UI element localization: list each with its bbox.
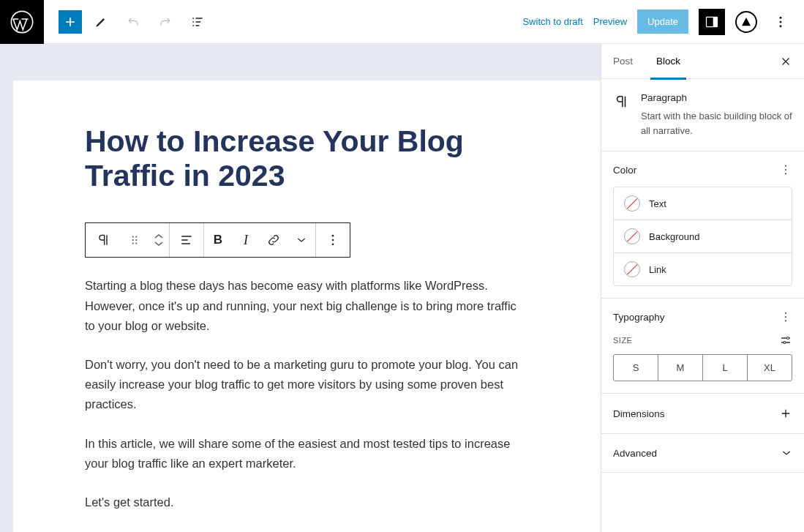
svg-point-21 [787,337,789,340]
size-s[interactable]: S [614,355,658,381]
svg-point-14 [332,244,334,246]
kebab-icon [773,15,788,29]
tab-post[interactable]: Post [613,44,643,79]
redo-button[interactable] [152,9,179,35]
pencil-icon [94,15,108,29]
dimensions-panel[interactable]: Dimensions [601,394,804,434]
color-label: Link [649,264,666,275]
svg-point-17 [785,173,786,174]
close-icon [779,55,792,68]
paragraph-block[interactable]: Let's get started. [85,492,529,512]
list-view-icon [190,15,205,29]
italic-icon: I [244,233,248,248]
third-party-icon[interactable] [735,11,757,33]
move-down-button[interactable] [154,240,163,247]
sidebar-icon [705,15,719,29]
document-overview-button[interactable] [184,9,211,35]
size-options: S M L XL [613,354,792,381]
svg-point-5 [780,25,782,27]
italic-button[interactable]: I [232,223,260,257]
move-buttons [149,233,169,247]
wordpress-logo[interactable] [0,0,44,44]
update-button[interactable]: Update [637,10,688,34]
link-icon [266,233,281,247]
paragraph-icon [96,233,110,247]
svg-point-9 [135,239,137,241]
editor-content: How to Increase Your Blog Traffic in 202… [13,80,601,532]
paragraph-block[interactable]: In this article, we will share some of t… [85,434,529,473]
block-type-icon [613,92,631,138]
align-left-icon [179,233,194,247]
svg-point-16 [785,169,786,171]
close-sidebar-button[interactable] [779,55,792,68]
svg-point-8 [132,239,134,241]
settings-sidebar-toggle[interactable] [699,9,725,35]
swatch-icon [624,261,640,277]
drag-handle[interactable] [121,223,149,257]
options-button[interactable] [767,9,794,35]
svg-point-18 [785,312,786,314]
preview-link[interactable]: Preview [593,16,627,27]
wordpress-icon [10,10,34,34]
svg-point-19 [785,316,786,318]
triangle-icon [740,16,752,28]
block-toolbar: B I [85,222,350,258]
align-button[interactable] [170,223,203,257]
block-info-panel: Paragraph Start with the basic building … [601,79,804,151]
size-settings-button[interactable] [779,334,792,347]
block-description: Start with the basic building block of a… [641,109,792,138]
plus-icon [779,407,792,420]
block-type-button[interactable] [86,223,121,257]
paragraph-block[interactable]: Starting a blog these days has become ea… [85,276,529,336]
typography-panel-menu[interactable] [779,310,792,323]
block-name: Paragraph [641,92,792,103]
undo-button[interactable] [120,9,146,35]
size-l[interactable]: L [703,355,748,381]
add-block-button[interactable] [59,10,82,34]
svg-point-15 [785,165,786,167]
svg-point-20 [785,320,786,321]
switch-to-draft-link[interactable]: Switch to draft [522,16,582,27]
bold-button[interactable]: B [204,223,232,257]
size-m[interactable]: M [658,355,703,381]
link-button[interactable] [260,223,288,257]
tab-block[interactable]: Block [656,44,691,79]
svg-point-4 [780,20,782,23]
bold-icon: B [214,233,222,247]
color-panel-title: Color [613,165,636,176]
post-title[interactable]: How to Increase Your Blog Traffic in 202… [85,124,529,193]
color-link-row[interactable]: Link [614,253,792,285]
toolbar-right: Switch to draft Preview Update [522,9,804,35]
main-area: How to Increase Your Blog Traffic in 202… [0,44,804,532]
sidebar-tabs: Post Block [601,44,804,79]
drag-icon [128,233,141,247]
color-text-row[interactable]: Text [614,187,792,220]
editor-canvas: How to Increase Your Blog Traffic in 202… [0,44,601,532]
color-background-row[interactable]: Background [614,220,792,253]
kebab-icon [779,163,792,176]
dimensions-title: Dimensions [613,408,665,419]
size-label: SIZE [613,336,632,345]
svg-point-3 [780,16,782,18]
swatch-icon [624,228,640,244]
redo-icon [158,15,173,29]
kebab-icon [326,233,340,247]
move-up-button[interactable] [154,233,163,240]
size-xl[interactable]: XL [748,355,792,381]
toolbar-left [44,9,211,35]
typography-panel-title: Typography [613,312,665,323]
settings-sidebar: Post Block Paragraph Start with the basi… [601,44,804,532]
svg-point-11 [135,243,137,244]
svg-point-12 [332,235,334,237]
color-options-list: Text Background Link [613,187,792,286]
more-rich-text-button[interactable] [288,223,315,257]
advanced-panel[interactable]: Advanced [601,434,804,473]
swatch-icon [624,195,640,211]
tools-button[interactable] [88,9,114,35]
sliders-icon [779,334,792,347]
color-panel-menu[interactable] [779,163,792,176]
color-label: Background [649,231,699,242]
paragraph-block[interactable]: Don't worry, you don't need to be a mark… [85,355,529,415]
svg-rect-2 [713,17,718,26]
block-options-button[interactable] [316,223,350,257]
